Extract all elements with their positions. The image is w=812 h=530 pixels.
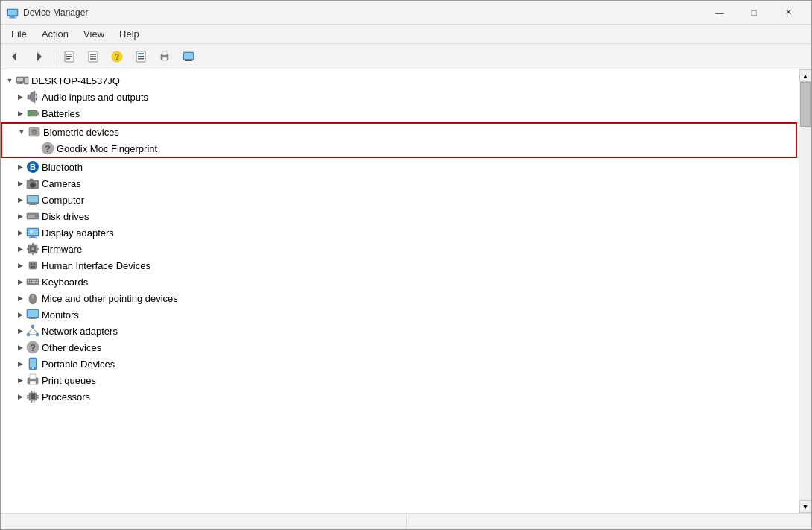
icon-other: ? [26, 341, 39, 354]
expand-icon-hid[interactable]: ▶ [14, 259, 26, 271]
tree-item-display[interactable]: ▶Display adapters [1, 224, 799, 241]
expand-icon-processors[interactable]: ▶ [14, 391, 26, 403]
svg-rect-79 [34, 280, 36, 282]
svg-rect-69 [32, 243, 34, 245]
svg-rect-115 [31, 400, 33, 403]
expand-icon-monitors[interactable]: ▶ [14, 309, 26, 321]
tree-item-network[interactable]: ▶Network adapters [1, 323, 799, 339]
minimize-button[interactable]: — [702, 1, 737, 25]
svg-rect-2 [10, 16, 15, 18]
svg-rect-57 [28, 215, 35, 218]
tree-item-other[interactable]: ▶?Other devices [1, 339, 799, 356]
svg-marker-5 [37, 52, 42, 61]
menu-view[interactable]: View [76, 26, 112, 42]
expand-icon-batteries[interactable]: ▶ [14, 107, 26, 119]
svg-rect-113 [31, 391, 33, 393]
scroll-down-button[interactable]: ▼ [799, 500, 812, 513]
svg-rect-54 [31, 204, 35, 204]
toolbar-separator-1 [54, 49, 54, 64]
svg-rect-7 [66, 54, 72, 55]
expand-icon-computer[interactable]: ▶ [14, 194, 26, 206]
svg-rect-27 [185, 60, 192, 61]
scroll-up-button[interactable]: ▲ [799, 69, 812, 82]
svg-rect-22 [162, 57, 167, 60]
expand-icon-disk[interactable]: ▶ [14, 210, 26, 222]
svg-rect-9 [66, 58, 70, 60]
svg-rect-114 [34, 391, 35, 393]
tree-item-bluetooth[interactable]: ▶BBluetooth [1, 159, 799, 175]
label-biometric: Biometric devices [43, 127, 119, 138]
expand-icon-cameras[interactable]: ▶ [14, 177, 26, 189]
expand-icon-print[interactable]: ▶ [14, 374, 26, 386]
expand-icon-bluetooth[interactable]: ▶ [14, 161, 26, 173]
tree-item-audio[interactable]: ▶Audio inputs and outputs [1, 89, 799, 105]
expand-icon-portable[interactable]: ▶ [14, 358, 26, 370]
expand-icon-firmware[interactable]: ▶ [14, 243, 26, 255]
svg-rect-104 [30, 374, 36, 379]
print-button[interactable] [153, 47, 176, 66]
label-print: Print queues [42, 375, 96, 386]
svg-rect-53 [28, 196, 38, 202]
svg-marker-4 [12, 52, 16, 61]
tree-item-disk[interactable]: ▶Disk drives [1, 208, 799, 224]
menu-action[interactable]: Action [34, 26, 76, 42]
tree-item-keyboards[interactable]: ▶Keyboards [1, 274, 799, 290]
statusbar-left [7, 514, 407, 529]
forward-button[interactable] [28, 47, 50, 66]
back-button[interactable] [4, 47, 26, 66]
tree-item-print[interactable]: ▶Print queues [1, 372, 799, 388]
label-display: Display adapters [42, 227, 114, 239]
list-button[interactable] [82, 47, 104, 66]
window-controls: — □ ✕ [702, 1, 805, 25]
svg-rect-77 [30, 280, 31, 282]
svg-rect-81 [28, 282, 29, 283]
tree-item-hid[interactable]: ▶Human Interface Devices [1, 257, 799, 274]
expand-icon-network[interactable]: ▶ [14, 325, 26, 337]
tree-item-computer[interactable]: ▶Computer [1, 192, 799, 208]
tree-item-biometric[interactable]: ▼Biometric devices [2, 124, 796, 140]
expand-icon-biometric[interactable]: ▼ [16, 126, 28, 138]
expand-icon-audio[interactable]: ▶ [14, 91, 26, 103]
expand-icon-other[interactable]: ▶ [14, 341, 26, 353]
menubar: File Action View Help [1, 25, 811, 44]
svg-rect-84 [36, 282, 38, 283]
scrollbar[interactable]: ▲ ▼ [799, 69, 811, 513]
close-button[interactable]: ✕ [771, 1, 805, 25]
tree-item-mice[interactable]: ▶Mice and other pointing devices [1, 290, 799, 306]
statusbar [1, 513, 811, 529]
svg-rect-70 [32, 253, 34, 255]
expand-icon-mice[interactable]: ▶ [14, 292, 26, 304]
tree-item-cameras[interactable]: ▶Cameras [1, 175, 799, 192]
expand-icon-keyboards[interactable]: ▶ [14, 276, 26, 288]
label-bluetooth: Bluetooth [42, 162, 83, 173]
svg-rect-17 [138, 53, 144, 54]
svg-text:?: ? [45, 143, 51, 154]
device-tree[interactable]: ▼ DESKTOP-4L537JQ ▶Audio inputs and outp… [1, 69, 799, 513]
help-button[interactable]: ? [106, 47, 128, 66]
tree-item-batteries[interactable]: ▶Batteries [1, 105, 799, 122]
maximize-button[interactable]: □ [737, 1, 771, 25]
tree-root[interactable]: ▼ DESKTOP-4L537JQ [1, 72, 799, 89]
tree-item-goodix[interactable]: ▶?Goodix Moc Fingerprint [2, 140, 796, 157]
scroll-thumb[interactable] [800, 82, 811, 127]
tree-item-firmware[interactable]: ▶Firmware [1, 241, 799, 257]
view-button[interactable] [130, 47, 152, 66]
tree-item-portable[interactable]: ▶Portable Devices [1, 356, 799, 372]
monitor-button[interactable] [177, 47, 200, 66]
svg-point-102 [32, 367, 34, 369]
label-mice: Mice and other pointing devices [42, 293, 178, 304]
menu-help[interactable]: Help [112, 26, 147, 42]
icon-network [26, 324, 39, 338]
icon-monitors [26, 308, 39, 321]
svg-rect-111 [37, 395, 39, 397]
menu-file[interactable]: File [4, 26, 34, 42]
icon-firmware [26, 242, 39, 256]
scroll-track[interactable] [799, 82, 811, 500]
tree-item-monitors[interactable]: ▶Monitors [1, 306, 799, 323]
tree-item-processors[interactable]: ▶Processors [1, 388, 799, 405]
expand-icon-display[interactable]: ▶ [14, 227, 26, 239]
icon-mice [26, 291, 39, 305]
properties-button[interactable] [58, 47, 80, 66]
svg-rect-78 [32, 280, 34, 282]
svg-rect-110 [27, 397, 29, 399]
